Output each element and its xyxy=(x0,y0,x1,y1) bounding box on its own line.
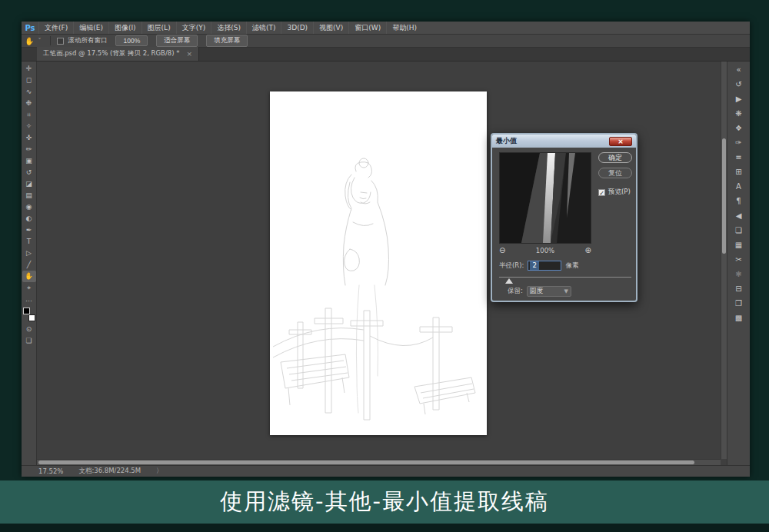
menu-layer[interactable]: 图层(L) xyxy=(141,22,176,34)
tool-presets-panel-icon[interactable]: ≡ xyxy=(730,150,748,165)
menu-select[interactable]: 选择(S) xyxy=(211,22,246,34)
zoom-in-icon[interactable]: ⊕ xyxy=(585,246,591,254)
quick-selection-tool-button[interactable]: ❉ xyxy=(22,98,36,109)
reset-button[interactable]: 复位 xyxy=(598,168,632,178)
notes-panel-icon[interactable]: ◀ xyxy=(730,208,748,223)
dialog-close-button[interactable]: × xyxy=(609,137,632,146)
lasso-tool-button[interactable]: ∿ xyxy=(22,86,36,98)
channels-panel-icon[interactable]: ▦ xyxy=(730,238,748,252)
styles-panel-icon[interactable]: ❖ xyxy=(730,121,748,135)
fit-screen-button[interactable]: 适合屏幕 xyxy=(156,35,198,47)
layers-panel-icon[interactable]: ❏ xyxy=(730,223,748,238)
fill-screen-button[interactable]: 填充屏幕 xyxy=(206,35,248,47)
preview-zoom-level: 100% xyxy=(536,247,554,254)
menu-image[interactable]: 图像(I) xyxy=(108,22,141,34)
quick-mask-button[interactable]: ⊙ xyxy=(22,324,36,335)
menu-view[interactable]: 视图(V) xyxy=(313,22,348,34)
preview-checkbox[interactable]: ✓ xyxy=(598,189,605,196)
menu-bar: Ps 文件(F)编辑(E)图像(I)图层(L)文字(Y)选择(S)滤镜(T)3D… xyxy=(22,22,750,35)
ok-button[interactable]: 确定 xyxy=(598,152,632,163)
slider-thumb[interactable] xyxy=(505,278,513,284)
radius-value: 2 xyxy=(530,261,538,270)
document-canvas[interactable] xyxy=(270,91,487,435)
document-tab-bar: 工笔画.psd @ 17.5% (背景 拷贝 2, RGB/8) * × xyxy=(22,48,750,62)
menu-help[interactable]: 帮助(H) xyxy=(386,22,422,34)
vertical-scrollbar-thumb[interactable] xyxy=(722,138,726,254)
preserve-value: 圆度 xyxy=(530,287,543,296)
zoom-100-button[interactable]: 100% xyxy=(115,35,148,46)
photoshop-window: Ps 文件(F)编辑(E)图像(I)图层(L)文字(Y)选择(S)滤镜(T)3D… xyxy=(22,22,750,477)
3d-panel-icon[interactable]: ❐ xyxy=(730,296,748,311)
menu-file[interactable]: 文件(F) xyxy=(38,22,73,34)
tools-panel: ✛◻∿❉⌗✧✜✏▣↺◪▤◉◐✒T▷╱✋⌖… ⊙❏ xyxy=(22,62,37,465)
tool-preset-caret-icon[interactable]: ˅ xyxy=(38,38,41,45)
type-tool-button[interactable]: T xyxy=(22,236,36,248)
filter-preview-image[interactable] xyxy=(499,152,591,244)
gradient-tool-button[interactable]: ▤ xyxy=(22,190,36,201)
horizontal-scrollbar[interactable] xyxy=(37,459,721,465)
tab-close-icon[interactable]: × xyxy=(186,50,192,58)
screen-mode-button[interactable]: ❏ xyxy=(22,335,36,347)
status-arrow-icon[interactable]: 〉 xyxy=(156,467,163,476)
extensions-panel-icon[interactable]: ▩ xyxy=(730,311,748,325)
radius-label: 半径(R): xyxy=(499,261,524,271)
actions-panel-icon[interactable]: ▶ xyxy=(730,91,748,106)
zoom-out-icon[interactable]: ⊖ xyxy=(499,246,505,254)
preview-checkbox-label: 预览(P) xyxy=(608,188,631,197)
background-color-swatch[interactable] xyxy=(28,314,35,321)
history-brush-tool-button[interactable]: ↺ xyxy=(22,167,36,178)
toolbar-ellipsis-button[interactable]: … xyxy=(22,294,36,305)
zoom-tool-button[interactable]: ⌖ xyxy=(22,282,36,294)
caption-bar: 使用滤镜-其他-最小值提取线稿 xyxy=(0,480,769,524)
dialog-title-bar[interactable]: 最小值 × xyxy=(492,135,636,148)
radius-input[interactable]: 2 xyxy=(528,261,561,271)
divider xyxy=(50,36,51,45)
adjustments-panel-icon[interactable]: ❋ xyxy=(730,106,748,121)
menu-filter[interactable]: 滤镜(T) xyxy=(246,22,281,34)
timeline-panel-icon[interactable]: ⊟ xyxy=(730,281,748,296)
line-art-sketch xyxy=(270,91,487,435)
document-tab[interactable]: 工笔画.psd @ 17.5% (背景 拷贝 2, RGB/8) * × xyxy=(37,47,199,61)
collapse-panels-icon[interactable]: « xyxy=(730,62,748,77)
preserve-dropdown[interactable]: 圆度 ▼ xyxy=(527,286,571,297)
properties-panel-icon[interactable]: ✱ xyxy=(730,267,748,281)
scroll-all-windows-checkbox[interactable] xyxy=(57,38,64,45)
radius-unit-label: 像素 xyxy=(565,261,578,271)
healing-brush-tool-button[interactable]: ✜ xyxy=(22,132,36,144)
paths-panel-icon[interactable]: ✂ xyxy=(730,252,748,267)
crop-tool-button[interactable]: ⌗ xyxy=(22,109,36,121)
radius-slider[interactable] xyxy=(499,275,631,283)
menu-window[interactable]: 窗口(W) xyxy=(348,22,386,34)
marquee-tool-button[interactable]: ◻ xyxy=(22,75,36,86)
preview-thumbnail xyxy=(500,153,591,243)
bottom-strip xyxy=(0,524,769,532)
slider-track xyxy=(499,277,631,278)
smudge-tool-button[interactable]: ◉ xyxy=(22,201,36,213)
status-zoom-level[interactable]: 17.52% xyxy=(38,467,63,475)
color-swatches[interactable] xyxy=(23,308,35,321)
path-selection-tool-button[interactable]: ▷ xyxy=(22,248,36,259)
clone-stamp-tool-button[interactable]: ▣ xyxy=(22,155,36,167)
menu-type[interactable]: 文字(Y) xyxy=(176,22,211,34)
eyedropper-tool-button[interactable]: ✧ xyxy=(22,121,36,132)
dodge-tool-button[interactable]: ◐ xyxy=(22,213,36,224)
menu-3d[interactable]: 3D(D) xyxy=(281,22,313,34)
pen-tool-button[interactable]: ✒ xyxy=(22,224,36,236)
brush-panel-icon[interactable]: ✑ xyxy=(730,135,748,150)
hand-tool-icon: ✋ xyxy=(25,37,34,45)
foreground-color-swatch[interactable] xyxy=(23,308,30,314)
menu-items: 文件(F)编辑(E)图像(I)图层(L)文字(Y)选择(S)滤镜(T)3D(D)… xyxy=(38,22,422,34)
eraser-tool-button[interactable]: ◪ xyxy=(22,178,36,190)
clone-source-panel-icon[interactable]: ⊞ xyxy=(730,165,748,179)
line-tool-button[interactable]: ╱ xyxy=(22,259,36,271)
menu-edit[interactable]: 编辑(E) xyxy=(73,22,108,34)
vertical-scrollbar[interactable] xyxy=(721,62,727,459)
brush-tool-button[interactable]: ✏ xyxy=(22,144,36,155)
paragraph-panel-icon[interactable]: ¶ xyxy=(730,194,748,208)
horizontal-scrollbar-thumb[interactable] xyxy=(38,461,694,464)
move-tool-button[interactable]: ✛ xyxy=(22,63,36,75)
document-tab-title: 工笔画.psd @ 17.5% (背景 拷贝 2, RGB/8) * xyxy=(43,49,179,58)
hand-tool-button[interactable]: ✋ xyxy=(22,271,36,282)
history-panel-icon[interactable]: ↺ xyxy=(730,77,748,91)
character-panel-icon[interactable]: A xyxy=(730,179,748,194)
